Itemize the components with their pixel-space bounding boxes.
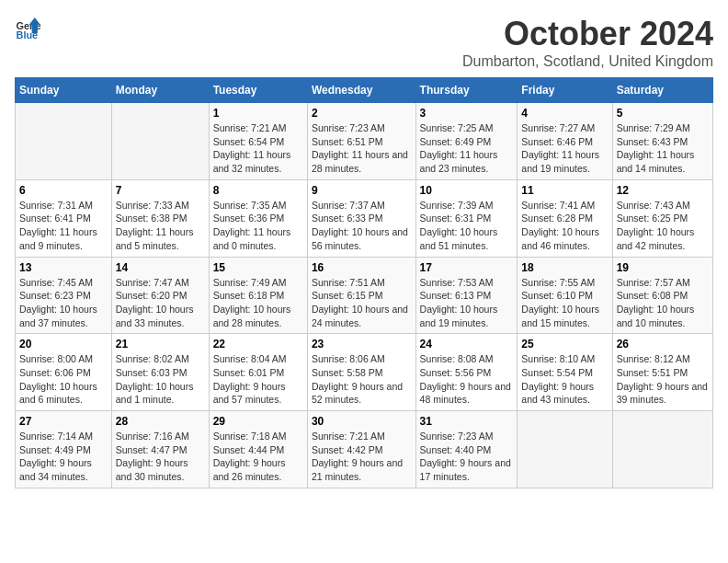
friday-header: Friday: [518, 78, 612, 103]
day-info: Sunrise: 8:12 AMSunset: 5:51 PMDaylight:…: [617, 353, 708, 405]
day-number: 28: [116, 415, 205, 428]
day-number: 2: [312, 107, 412, 120]
saturday-header: Saturday: [612, 78, 712, 103]
calendar-cell: 13 Sunrise: 7:45 AMSunset: 6:23 PMDaylig…: [16, 257, 112, 334]
day-number: 26: [617, 338, 709, 350]
calendar-cell: 11 Sunrise: 7:41 AMSunset: 6:28 PMDaylig…: [518, 179, 612, 257]
calendar-week-row: 6 Sunrise: 7:31 AMSunset: 6:41 PMDayligh…: [16, 179, 713, 257]
day-number: 16: [312, 261, 412, 274]
day-info: Sunrise: 7:43 AMSunset: 6:25 PMDaylight:…: [617, 200, 695, 251]
calendar-cell: 15 Sunrise: 7:49 AMSunset: 6:18 PMDaylig…: [209, 257, 307, 334]
calendar-cell: 26 Sunrise: 8:12 AMSunset: 5:51 PMDaylig…: [612, 334, 712, 411]
wednesday-header: Wednesday: [307, 78, 415, 103]
day-info: Sunrise: 7:39 AMSunset: 6:31 PMDaylight:…: [420, 200, 498, 251]
day-number: 3: [420, 107, 514, 120]
day-info: Sunrise: 7:23 AMSunset: 6:51 PMDaylight:…: [312, 122, 408, 174]
calendar-cell: 19 Sunrise: 7:57 AMSunset: 6:08 PMDaylig…: [612, 257, 712, 334]
calendar-cell: 9 Sunrise: 7:37 AMSunset: 6:33 PMDayligh…: [307, 179, 415, 257]
day-info: Sunrise: 7:31 AMSunset: 6:41 PMDaylight:…: [19, 200, 97, 251]
thursday-header: Thursday: [415, 78, 518, 103]
day-number: 9: [312, 184, 412, 197]
calendar-week-row: 1 Sunrise: 7:21 AMSunset: 6:54 PMDayligh…: [16, 103, 713, 180]
calendar-cell: 22 Sunrise: 8:04 AMSunset: 6:01 PMDaylig…: [209, 334, 307, 411]
day-info: Sunrise: 7:55 AMSunset: 6:10 PMDaylight:…: [521, 277, 599, 328]
calendar-cell: 7 Sunrise: 7:33 AMSunset: 6:38 PMDayligh…: [111, 179, 209, 257]
main-title: October 2024: [462, 15, 713, 53]
sunday-header: Sunday: [16, 78, 112, 103]
day-number: 6: [19, 184, 108, 197]
day-info: Sunrise: 7:37 AMSunset: 6:33 PMDaylight:…: [312, 200, 408, 251]
day-info: Sunrise: 8:00 AMSunset: 6:06 PMDaylight:…: [19, 353, 97, 405]
day-number: 29: [213, 415, 303, 428]
calendar-table: Sunday Monday Tuesday Wednesday Thursday…: [15, 77, 713, 488]
calendar-cell: [518, 411, 612, 488]
calendar-week-row: 20 Sunrise: 8:00 AMSunset: 6:06 PMDaylig…: [16, 334, 713, 411]
day-info: Sunrise: 7:25 AMSunset: 6:49 PMDaylight:…: [420, 122, 498, 174]
calendar-week-row: 27 Sunrise: 7:14 AMSunset: 4:49 PMDaylig…: [16, 411, 713, 488]
calendar-cell: 24 Sunrise: 8:08 AMSunset: 5:56 PMDaylig…: [415, 334, 518, 411]
calendar-cell: 29 Sunrise: 7:18 AMSunset: 4:44 PMDaylig…: [209, 411, 307, 488]
calendar-cell: 4 Sunrise: 7:27 AMSunset: 6:46 PMDayligh…: [518, 103, 612, 180]
calendar-cell: 16 Sunrise: 7:51 AMSunset: 6:15 PMDaylig…: [307, 257, 415, 334]
calendar-cell: 28 Sunrise: 7:16 AMSunset: 4:47 PMDaylig…: [111, 411, 209, 488]
day-info: Sunrise: 7:18 AMSunset: 4:44 PMDaylight:…: [213, 431, 287, 482]
day-number: 24: [420, 338, 514, 350]
day-number: 15: [213, 261, 303, 274]
calendar-cell: 14 Sunrise: 7:47 AMSunset: 6:20 PMDaylig…: [111, 257, 209, 334]
day-info: Sunrise: 7:57 AMSunset: 6:08 PMDaylight:…: [617, 277, 695, 328]
day-number: 27: [19, 415, 108, 428]
day-info: Sunrise: 7:27 AMSunset: 6:46 PMDaylight:…: [521, 122, 599, 174]
calendar-cell: 18 Sunrise: 7:55 AMSunset: 6:10 PMDaylig…: [518, 257, 612, 334]
day-info: Sunrise: 7:21 AMSunset: 6:54 PMDaylight:…: [213, 122, 291, 174]
day-number: 14: [116, 261, 205, 274]
day-number: 22: [213, 338, 303, 350]
day-number: 19: [617, 261, 709, 274]
header: General Blue October 2024 Dumbarton, Sco…: [15, 15, 713, 70]
calendar-cell: 30 Sunrise: 7:21 AMSunset: 4:42 PMDaylig…: [307, 411, 415, 488]
calendar-cell: 8 Sunrise: 7:35 AMSunset: 6:36 PMDayligh…: [209, 179, 307, 257]
calendar-cell: 31 Sunrise: 7:23 AMSunset: 4:40 PMDaylig…: [415, 411, 518, 488]
calendar-cell: 10 Sunrise: 7:39 AMSunset: 6:31 PMDaylig…: [415, 179, 518, 257]
day-number: 1: [213, 107, 303, 120]
calendar-body: 1 Sunrise: 7:21 AMSunset: 6:54 PMDayligh…: [16, 103, 713, 488]
calendar-cell: [111, 103, 209, 180]
day-number: 10: [420, 184, 514, 197]
calendar-cell: 5 Sunrise: 7:29 AMSunset: 6:43 PMDayligh…: [612, 103, 712, 180]
day-info: Sunrise: 7:51 AMSunset: 6:15 PMDaylight:…: [312, 277, 408, 328]
calendar-cell: [612, 411, 712, 488]
day-info: Sunrise: 8:10 AMSunset: 5:54 PMDaylight:…: [521, 353, 595, 405]
calendar-cell: 25 Sunrise: 8:10 AMSunset: 5:54 PMDaylig…: [518, 334, 612, 411]
day-number: 11: [521, 184, 608, 197]
day-info: Sunrise: 8:02 AMSunset: 6:03 PMDaylight:…: [116, 353, 194, 405]
calendar-week-row: 13 Sunrise: 7:45 AMSunset: 6:23 PMDaylig…: [16, 257, 713, 334]
day-number: 7: [116, 184, 205, 197]
calendar-cell: 23 Sunrise: 8:06 AMSunset: 5:58 PMDaylig…: [307, 334, 415, 411]
day-info: Sunrise: 7:35 AMSunset: 6:36 PMDaylight:…: [213, 200, 291, 251]
day-number: 18: [521, 261, 608, 274]
day-number: 4: [521, 107, 608, 120]
day-number: 8: [213, 184, 303, 197]
day-info: Sunrise: 7:21 AMSunset: 4:42 PMDaylight:…: [312, 431, 403, 482]
day-info: Sunrise: 7:16 AMSunset: 4:47 PMDaylight:…: [116, 431, 189, 482]
day-number: 23: [312, 338, 412, 350]
monday-header: Monday: [111, 78, 209, 103]
weekday-row: Sunday Monday Tuesday Wednesday Thursday…: [16, 78, 713, 103]
title-area: October 2024 Dumbarton, Scotland, United…: [462, 15, 713, 70]
day-info: Sunrise: 7:33 AMSunset: 6:38 PMDaylight:…: [116, 200, 194, 251]
logo-icon: General Blue: [15, 15, 40, 40]
day-info: Sunrise: 7:49 AMSunset: 6:18 PMDaylight:…: [213, 277, 291, 328]
day-info: Sunrise: 7:23 AMSunset: 4:40 PMDaylight:…: [420, 431, 511, 482]
day-info: Sunrise: 8:08 AMSunset: 5:56 PMDaylight:…: [420, 353, 511, 405]
day-info: Sunrise: 7:53 AMSunset: 6:13 PMDaylight:…: [420, 277, 498, 328]
calendar-cell: 20 Sunrise: 8:00 AMSunset: 6:06 PMDaylig…: [16, 334, 112, 411]
tuesday-header: Tuesday: [209, 78, 307, 103]
day-number: 30: [312, 415, 412, 428]
calendar-cell: 17 Sunrise: 7:53 AMSunset: 6:13 PMDaylig…: [415, 257, 518, 334]
day-number: 21: [116, 338, 205, 350]
day-number: 13: [19, 261, 108, 274]
day-info: Sunrise: 7:29 AMSunset: 6:43 PMDaylight:…: [617, 122, 695, 174]
logo: General Blue: [15, 15, 40, 40]
day-number: 31: [420, 415, 514, 428]
day-number: 5: [617, 107, 709, 120]
calendar-cell: [16, 103, 112, 180]
